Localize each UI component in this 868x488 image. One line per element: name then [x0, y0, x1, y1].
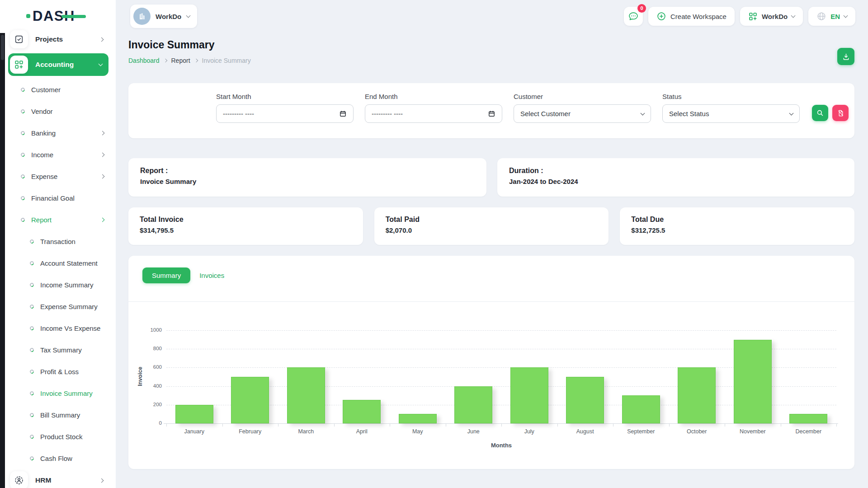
- bar-march[interactable]: [287, 367, 325, 423]
- download-button[interactable]: [837, 48, 854, 65]
- bar-january[interactable]: [175, 405, 213, 423]
- x-tick-mark: [278, 423, 278, 427]
- x-tick-mark: [446, 423, 446, 427]
- chevron-right-icon: [100, 152, 105, 157]
- checkbox-icon: [10, 30, 28, 48]
- sidebar-item-bill-summary[interactable]: Bill Summary: [0, 404, 116, 426]
- clear-filter-button[interactable]: [832, 105, 849, 121]
- customer-select[interactable]: Select Customer: [514, 104, 651, 123]
- chevron-right-icon: [194, 59, 198, 62]
- bullet-icon: [29, 369, 34, 374]
- sidebar-item-label: Projects: [35, 35, 63, 43]
- chevron-down-icon: [844, 14, 848, 18]
- filter-panel: Start Month --------- ---- End Month ---…: [128, 83, 854, 138]
- status-label: Status: [662, 93, 800, 100]
- bar-june[interactable]: [454, 386, 492, 423]
- sidebar-item-expense-summary[interactable]: Expense Summary: [0, 296, 116, 317]
- bullet-icon: [29, 347, 34, 352]
- sidebar-item-accounting[interactable]: Accounting: [8, 53, 108, 76]
- sidebar-item-financial-goal[interactable]: Financial Goal: [0, 187, 116, 209]
- language-selector[interactable]: EN: [808, 7, 855, 26]
- chart-area: Invoice Months 02004006008001000JanuaryF…: [128, 302, 854, 460]
- bar-december[interactable]: [789, 414, 827, 423]
- workspace-switcher[interactable]: WorkDo: [130, 5, 197, 28]
- bar-may[interactable]: [399, 414, 437, 423]
- bullet-icon: [20, 87, 25, 92]
- search-icon: [816, 109, 824, 117]
- filter-buttons: [812, 105, 849, 121]
- bar-november[interactable]: [734, 340, 772, 423]
- bar-february[interactable]: [231, 377, 269, 423]
- gridline: [166, 330, 836, 331]
- sidebar-item-vendor[interactable]: Vendor: [0, 100, 116, 122]
- sidebar-item-account-statement[interactable]: Account Statement: [0, 252, 116, 274]
- sidebar-item-label: Income Summary: [40, 281, 94, 289]
- x-tick-mark: [557, 423, 558, 427]
- sidebar-item-label: Banking: [31, 129, 56, 137]
- workspace-menu-label: WorkDo: [762, 13, 788, 20]
- sidebar-item-expense[interactable]: Expense: [0, 165, 116, 187]
- report-card: Report : Invoice Summary: [128, 158, 486, 197]
- end-month-group: End Month --------- ----: [365, 93, 502, 123]
- bar-july[interactable]: [510, 367, 548, 423]
- workspace-menu[interactable]: WorkDo: [740, 7, 803, 26]
- bullet-icon: [29, 390, 34, 396]
- sidebar-item-income-summary[interactable]: Income Summary: [0, 274, 116, 296]
- customer-select-value: Select Customer: [520, 110, 571, 117]
- sidebar-item-label: Income: [31, 151, 53, 159]
- bar-august[interactable]: [566, 377, 604, 423]
- end-month-input[interactable]: --------- ----: [365, 104, 502, 123]
- messages-button[interactable]: 0: [624, 7, 643, 26]
- sidebar-item-income[interactable]: Income: [0, 144, 116, 165]
- sidebar-item-label: Expense: [31, 173, 57, 180]
- x-tick-label: May: [390, 428, 446, 435]
- customer-label: Customer: [514, 93, 651, 100]
- breadcrumb-dashboard[interactable]: Dashboard: [128, 57, 160, 64]
- start-month-input[interactable]: --------- ----: [216, 104, 354, 123]
- x-tick-label: December: [781, 428, 837, 435]
- sidebar-item-profit-loss[interactable]: Profit & Loss: [0, 361, 116, 382]
- page-title: Invoice Summary: [128, 39, 854, 51]
- end-month-placeholder: --------- ----: [372, 110, 403, 117]
- grid-plus-icon: [10, 56, 28, 74]
- x-tick-mark: [669, 423, 670, 427]
- workspace-avatar: [133, 8, 151, 25]
- sidebar-item-customer[interactable]: Customer: [0, 79, 116, 100]
- bullet-icon: [29, 455, 34, 461]
- x-tick-label: November: [725, 428, 781, 435]
- x-tick-label: July: [501, 428, 557, 435]
- tab-summary[interactable]: Summary: [142, 267, 190, 283]
- sidebar-item-cash-flow[interactable]: Cash Flow: [0, 447, 116, 469]
- x-tick-label: October: [669, 428, 725, 435]
- sidebar-item-product-stock[interactable]: Product Stock: [0, 426, 116, 447]
- sidebar-item-report[interactable]: Report: [0, 209, 116, 230]
- sidebar-item-projects[interactable]: Projects: [8, 29, 109, 50]
- logo-bar-icon: [61, 15, 86, 18]
- bullet-icon: [29, 412, 34, 418]
- y-tick-label: 0: [141, 420, 162, 426]
- sidebar-item-banking[interactable]: Banking: [0, 122, 116, 144]
- total-invoice-value: $314,795.5: [140, 226, 352, 234]
- sidebar-item-income-vs-expense[interactable]: Income Vs Expense: [0, 317, 116, 339]
- sidebar-item-invoice-summary[interactable]: Invoice Summary: [0, 382, 116, 404]
- x-tick-label: August: [557, 428, 613, 435]
- tab-invoices[interactable]: Invoices: [197, 267, 227, 283]
- bullet-icon: [29, 434, 34, 439]
- status-select[interactable]: Select Status: [662, 104, 800, 123]
- apply-filter-button[interactable]: [812, 105, 828, 121]
- bar-april[interactable]: [343, 400, 381, 423]
- x-tick-mark: [781, 423, 781, 427]
- x-tick-mark: [836, 423, 837, 427]
- sidebar-item-label: Cash Flow: [40, 455, 72, 462]
- brand-logo[interactable]: DASH: [26, 9, 86, 23]
- bar-october[interactable]: [678, 367, 716, 423]
- language-value: EN: [830, 13, 840, 20]
- breadcrumb-report[interactable]: Report: [171, 57, 190, 64]
- bar-september[interactable]: [622, 395, 660, 423]
- sidebar-item-hrm[interactable]: HRM: [8, 470, 109, 488]
- totals-row: Total Invoice $314,795.5 Total Paid $2,0…: [128, 207, 854, 245]
- sidebar-item-tax-summary[interactable]: Tax Summary: [0, 339, 116, 361]
- create-workspace-button[interactable]: Create Workspace: [648, 7, 735, 26]
- topbar-actions: 0 Create Workspace WorkDo EN: [624, 7, 855, 26]
- sidebar-item-transaction[interactable]: Transaction: [0, 230, 116, 252]
